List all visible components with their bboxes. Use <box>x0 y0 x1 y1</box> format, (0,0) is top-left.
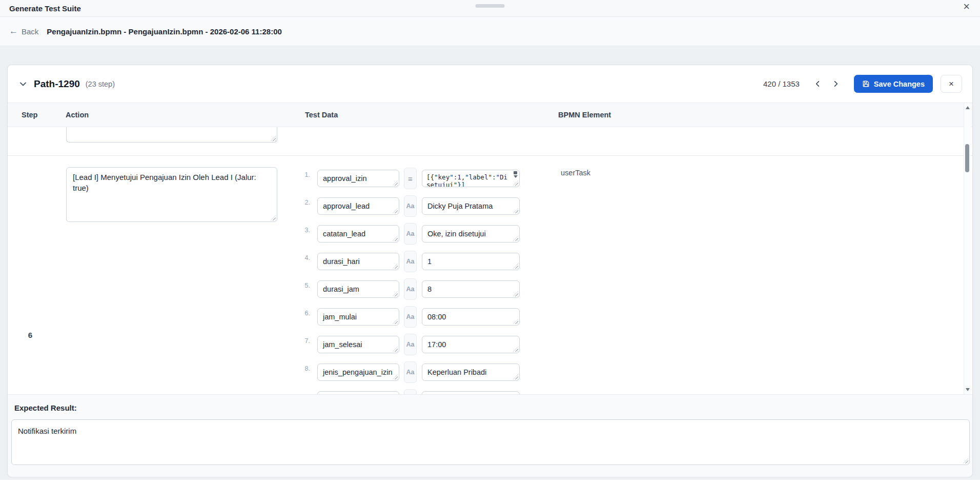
test-data-index: 8. <box>298 365 310 372</box>
test-data-type-button[interactable]: Aa <box>404 251 417 272</box>
scroll-down-icon[interactable] <box>514 175 518 178</box>
column-header-step: Step <box>22 111 37 119</box>
expected-result-text: Notifikasi terkirim <box>12 420 969 442</box>
window-header: Generate Test Suite × <box>0 0 980 17</box>
test-data-key-input[interactable]: jam_mulai <box>317 308 399 326</box>
row-divider <box>8 155 972 156</box>
scroll-down-icon[interactable] <box>966 388 970 391</box>
test-data-index: 4. <box>298 254 310 261</box>
chevron-down-icon <box>19 80 27 88</box>
scroll-up-icon[interactable] <box>966 106 970 109</box>
test-data-value-text: Keperluan Pribadi <box>422 364 519 380</box>
test-data-value-input[interactable]: 08:00 <box>422 308 520 326</box>
test-data-index: 7. <box>298 337 310 345</box>
test-data-value-input[interactable]: Keperluan Pribadi <box>422 363 520 381</box>
test-data-key-input[interactable]: approval_izin <box>317 170 399 187</box>
scrollbar-thumb[interactable] <box>965 144 969 172</box>
test-data-index: 2. <box>298 199 310 206</box>
previous-path-button[interactable] <box>811 78 825 90</box>
test-data-key-text: approval_izin <box>318 170 399 187</box>
test-data-row: 5. durasi_jam Aa 8 <box>8 280 972 298</box>
test-data-value-text: Oke, izin disetujui <box>422 226 519 242</box>
table-header: Step Action Test Data BPMN Element <box>8 103 972 127</box>
test-data-row: 7. jam_selesai Aa 17:00 <box>8 336 972 353</box>
test-data-key-input[interactable]: durasi_jam <box>317 280 399 298</box>
type-icon: Aa <box>406 341 415 348</box>
test-data-type-button[interactable]: Aa <box>404 195 417 217</box>
test-data-key-input[interactable]: approval_lead <box>317 197 399 215</box>
type-icon: Aa <box>406 313 415 320</box>
window-close-button[interactable]: × <box>963 1 970 12</box>
scrollbar-thumb[interactable] <box>514 171 517 174</box>
test-data-value-input[interactable]: 1 <box>422 253 520 270</box>
test-data-key-text: jam_mulai <box>318 309 399 325</box>
test-data-key-input[interactable]: catatan_lead <box>317 225 399 243</box>
test-data-key-text: catatan_lead <box>318 226 399 242</box>
path-card-header: Path-1290 (23 step) 420 / 1353 <box>8 65 972 103</box>
test-data-key-text: durasi_hari <box>318 253 399 270</box>
close-path-button[interactable]: × <box>941 75 962 93</box>
table-body: 6 [Lead I] Menyetujui Pengajuan Izin Ole… <box>8 127 972 394</box>
test-data-key-text: jam_selesai <box>318 336 399 353</box>
test-data-key-input[interactable]: durasi_hari <box>317 253 399 270</box>
test-data-value-input[interactable]: 17:00 <box>422 336 520 353</box>
test-data-value-input[interactable]: 8 <box>422 280 520 298</box>
vertical-scrollbar[interactable] <box>964 103 971 394</box>
collapse-toggle-button[interactable] <box>18 79 28 89</box>
test-data-value-input[interactable]: Dicky Puja Pratama <box>422 197 520 215</box>
save-icon <box>862 80 870 88</box>
test-data-row: 3. catatan_lead Aa Oke, izin disetujui <box>8 225 972 243</box>
path-title: Path-1290 <box>34 78 80 90</box>
test-data-type-button[interactable]: Aa <box>404 361 417 383</box>
pagination-label: 420 / 1353 <box>763 79 800 88</box>
test-data-row: 1. approval_izin ≡ [{"key":1,"label":"Di… <box>8 170 972 187</box>
chevron-left-icon <box>814 80 822 88</box>
test-data-index: 1. <box>298 171 310 178</box>
test-data-row: 8. jenis_pengajuan_izin Aa Keperluan Pri… <box>8 363 972 381</box>
test-data-type-button[interactable]: Aa <box>404 334 417 355</box>
type-icon: Aa <box>406 286 415 293</box>
test-data-type-button[interactable]: Aa <box>404 223 417 245</box>
expected-result-label: Expected Result: <box>14 403 77 412</box>
test-data-row: 6. jam_mulai Aa 08:00 <box>8 308 972 326</box>
chevron-right-icon <box>832 80 840 88</box>
test-data-value-input[interactable]: Oke, izin disetujui <box>422 225 520 243</box>
test-data-value-text: 08:00 <box>422 309 519 325</box>
test-data-index: 3. <box>298 227 310 234</box>
test-data-value-text: Dicky Puja Pratama <box>422 198 519 214</box>
test-data-key-input[interactable]: jenis_pengajuan_izin <box>317 363 399 381</box>
previous-row-action-textarea[interactable] <box>66 127 277 143</box>
test-data-type-button[interactable]: Aa <box>404 389 417 394</box>
test-data-key-text: approval_lead <box>318 198 399 214</box>
back-button[interactable]: Back <box>22 27 38 36</box>
test-data-row: 4. durasi_hari Aa 1 <box>8 253 972 270</box>
test-data-list: 1. approval_izin ≡ [{"key":1,"label":"Di… <box>8 170 972 394</box>
breadcrumb-title: PengajuanIzin.bpmn - PengajuanIzin.bpmn … <box>47 27 281 36</box>
drag-handle[interactable] <box>476 4 505 8</box>
save-button-label: Save Changes <box>874 80 925 88</box>
path-step-count: (23 step) <box>86 80 115 88</box>
window-title: Generate Test Suite <box>9 4 81 13</box>
test-data-type-button[interactable]: Aa <box>404 278 417 300</box>
main-content: Path-1290 (23 step) 420 / 1353 <box>0 46 980 480</box>
column-header-bpmn-element: BPMN Element <box>558 111 611 119</box>
type-icon: Aa <box>406 258 415 265</box>
path-card: Path-1290 (23 step) 420 / 1353 <box>7 65 973 477</box>
save-changes-button[interactable]: Save Changes <box>854 75 933 93</box>
type-icon: Aa <box>406 230 415 237</box>
resize-grip[interactable] <box>271 136 276 141</box>
expected-result-textarea[interactable]: Notifikasi terkirim <box>11 419 970 465</box>
test-data-index: 5. <box>298 282 310 289</box>
test-data-type-button[interactable]: ≡ <box>404 168 417 189</box>
test-data-type-button[interactable]: Aa <box>404 306 417 328</box>
test-data-value-text: 17:00 <box>422 336 519 353</box>
generate-test-suite-window: Generate Test Suite × ← Back PengajuanIz… <box>0 0 980 480</box>
textarea-scrollbar[interactable] <box>513 171 518 178</box>
test-data-row: 2. approval_lead Aa Dicky Puja Pratama <box>8 197 972 215</box>
type-icon: Aa <box>406 369 415 376</box>
resize-grip[interactable] <box>963 458 968 463</box>
test-data-index: 6. <box>298 310 310 317</box>
test-data-value-input[interactable]: [{"key":1,"label":"Di setujui"}] <box>422 170 520 187</box>
test-data-key-input[interactable]: jam_selesai <box>317 336 399 353</box>
next-path-button[interactable] <box>829 78 843 90</box>
